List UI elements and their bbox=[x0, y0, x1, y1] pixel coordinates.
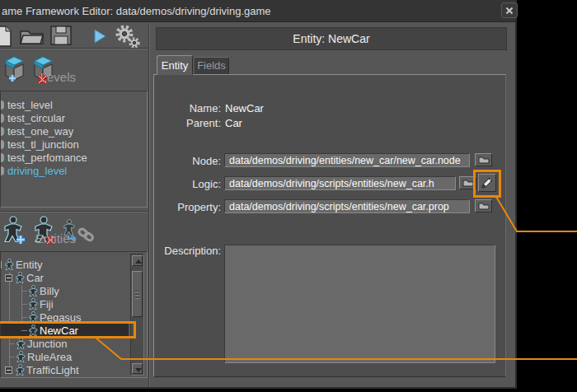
tree-expander-minus[interactable] bbox=[0, 261, 2, 268]
level-item-label: test_tl_junction bbox=[7, 138, 79, 151]
tree-item-label: Junction bbox=[27, 338, 67, 350]
scroll-down-button[interactable] bbox=[132, 363, 143, 374]
description-textarea[interactable] bbox=[224, 245, 495, 363]
tree-item-label: TrafficLight bbox=[26, 364, 79, 376]
entity-icon-wrap bbox=[28, 311, 40, 323]
run-button[interactable] bbox=[94, 29, 107, 47]
add-entity-button[interactable] bbox=[2, 216, 27, 249]
add-entity-icon bbox=[2, 216, 27, 245]
tree-guide-stub bbox=[21, 291, 27, 292]
logic-edit-button[interactable] bbox=[478, 174, 496, 192]
level-item-test_perfomance[interactable]: test_perfomance bbox=[1, 151, 147, 164]
run-icon bbox=[94, 29, 107, 44]
tree-item-NewCar[interactable]: NewCar bbox=[1, 324, 129, 337]
entity-icon-wrap bbox=[16, 338, 27, 349]
arrow-up-icon bbox=[135, 259, 142, 264]
tree-scrollbar[interactable] bbox=[130, 254, 144, 376]
level-item-driving_level[interactable]: driving_level bbox=[1, 164, 147, 177]
name-value: NewCar bbox=[225, 102, 264, 114]
save-button[interactable] bbox=[50, 26, 73, 49]
add-level-icon bbox=[2, 53, 27, 84]
tree-item-Billy[interactable]: Billy bbox=[1, 284, 129, 297]
close-button[interactable] bbox=[501, 2, 518, 18]
level-icon bbox=[1, 140, 4, 149]
tree-expander-minus[interactable] bbox=[5, 274, 12, 282]
open-folder-button[interactable] bbox=[20, 27, 45, 49]
level-item-label: test_level bbox=[7, 99, 53, 111]
level-icon bbox=[1, 100, 4, 110]
level-item-label: test_one_way bbox=[7, 125, 73, 138]
add-level-button[interactable] bbox=[2, 53, 27, 87]
node-path-field[interactable] bbox=[224, 153, 470, 167]
entity-icon bbox=[28, 298, 39, 310]
tree-item-RuleArea[interactable]: RuleArea bbox=[1, 350, 129, 363]
tree-item-label: Car bbox=[26, 272, 44, 284]
levels-list: test_leveltest_circulartest_one_waytest_… bbox=[1, 98, 147, 177]
thumb-grip bbox=[135, 294, 139, 295]
tree-item-label: RuleArea bbox=[27, 351, 72, 363]
parent-label: Parent: bbox=[132, 117, 221, 129]
thumb-grip bbox=[135, 291, 139, 292]
tree-guide-stub bbox=[21, 304, 27, 305]
node-browse-button[interactable] bbox=[475, 153, 492, 166]
entity-icon bbox=[28, 324, 39, 336]
tree-item-label: Entity bbox=[16, 259, 43, 271]
tab-entity[interactable]: Entity bbox=[157, 55, 193, 75]
tree-item-label: Fiji bbox=[40, 298, 54, 310]
entity-header-bar: Entity: NewCar bbox=[156, 27, 507, 50]
tree-expander-minus[interactable] bbox=[5, 366, 12, 374]
description-label: Description: bbox=[132, 245, 221, 257]
entity-icon-wrap bbox=[16, 351, 27, 362]
new-file-button[interactable] bbox=[0, 26, 13, 50]
tree-item-partial[interactable] bbox=[1, 376, 129, 378]
level-item-test_level[interactable]: test_level bbox=[1, 98, 147, 111]
entities-caption: Entities bbox=[35, 231, 76, 245]
entity-icon-wrap bbox=[28, 298, 40, 310]
level-item-test_tl_junction[interactable]: test_tl_junction bbox=[1, 138, 147, 151]
save-icon bbox=[50, 26, 73, 46]
entity-icon-wrap bbox=[28, 324, 40, 336]
tree-item-label: Billy bbox=[40, 285, 59, 297]
tree-item-TrafficLight[interactable]: TrafficLight bbox=[1, 363, 129, 376]
pencil-icon bbox=[481, 176, 494, 189]
scrollbar-thumb[interactable] bbox=[132, 271, 143, 317]
tree-guide-stub bbox=[9, 357, 15, 357]
entity-header-title: Entity: NewCar bbox=[157, 28, 506, 49]
arrow-down-icon bbox=[135, 368, 142, 372]
property-browse-button[interactable] bbox=[475, 199, 492, 212]
entity-icon bbox=[16, 338, 26, 349]
tree-item-Fiji[interactable]: Fiji bbox=[1, 297, 129, 310]
name-label: Name: bbox=[132, 102, 221, 114]
tree-guide-stub bbox=[21, 317, 27, 318]
levels-caption: Levels bbox=[40, 70, 76, 84]
tree-item-Car[interactable]: Car bbox=[1, 271, 129, 284]
open-folder-icon bbox=[20, 27, 45, 45]
logic-label: Logic: bbox=[132, 178, 221, 190]
levels-list-box: test_leveltest_circulartest_one_waytest_… bbox=[0, 91, 148, 208]
logic-browse-button[interactable] bbox=[459, 176, 476, 189]
divider bbox=[0, 211, 148, 212]
entity-tree: EntityCarBillyFijiPegasusNewCarJunctionR… bbox=[1, 258, 129, 378]
entity-icon-wrap bbox=[28, 377, 40, 378]
level-item-test_circular[interactable]: test_circular bbox=[1, 111, 147, 124]
tree-item-Entity[interactable]: Entity bbox=[1, 258, 129, 271]
level-item-test_one_way[interactable]: test_one_way bbox=[1, 124, 147, 138]
tab-fields[interactable]: Fields bbox=[194, 57, 229, 74]
level-icon bbox=[1, 166, 4, 175]
entity-icon bbox=[15, 364, 26, 376]
tree-item-Pegasus[interactable]: Pegasus bbox=[1, 310, 129, 324]
level-icon bbox=[1, 114, 4, 123]
tree-guide-stub bbox=[21, 330, 27, 331]
folder-icon bbox=[462, 179, 474, 187]
tree-item-Junction[interactable]: Junction bbox=[1, 337, 129, 350]
level-item-label: test_circular bbox=[7, 112, 65, 124]
entity-icon bbox=[4, 259, 15, 270]
logic-path-field[interactable] bbox=[224, 176, 456, 190]
parent-value: Car bbox=[225, 117, 242, 129]
property-path-field[interactable] bbox=[224, 199, 470, 213]
entity-icon bbox=[28, 285, 39, 296]
property-label: Property: bbox=[132, 201, 221, 213]
folder-icon bbox=[478, 156, 490, 164]
entity-icon-wrap bbox=[28, 285, 40, 296]
title-bar: ame Framework Editor: data/demos/driving… bbox=[0, 0, 515, 22]
